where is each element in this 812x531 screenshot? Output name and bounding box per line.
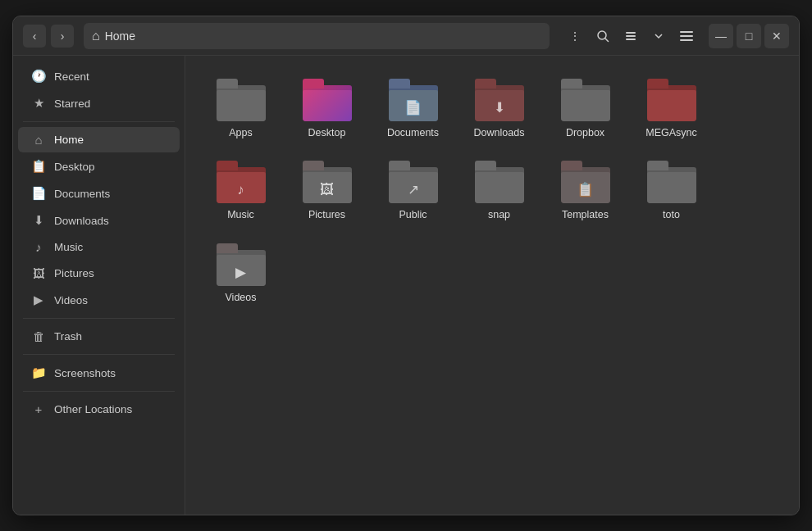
file-grid: Apps Desktop 📄 Documents ⬇ Downloads bbox=[202, 72, 782, 311]
file-item-downloads[interactable]: ⬇ Downloads bbox=[460, 72, 538, 146]
back-button[interactable]: ‹ bbox=[23, 25, 46, 48]
location-text: Home bbox=[105, 30, 135, 43]
svg-rect-6 bbox=[680, 35, 693, 37]
sidebar-label-music: Music bbox=[54, 241, 83, 253]
folder-emblem-videos: ▶ bbox=[235, 266, 246, 279]
file-item-apps[interactable]: Apps bbox=[202, 72, 280, 146]
folder-icon-documents: 📄 bbox=[389, 79, 438, 121]
file-label-templates: Templates bbox=[562, 208, 609, 221]
file-label-desktop: Desktop bbox=[308, 126, 346, 139]
sidebar-divider-1 bbox=[23, 121, 175, 122]
folder-icon-videos: ▶ bbox=[217, 243, 266, 286]
star-icon: ★ bbox=[31, 96, 46, 111]
folder-emblem-downloads: ⬇ bbox=[494, 101, 505, 115]
file-item-dropbox[interactable]: Dropbox bbox=[546, 72, 624, 146]
file-item-pictures[interactable]: 🖼 Pictures bbox=[288, 154, 366, 228]
maximize-button[interactable]: □ bbox=[737, 24, 761, 48]
sidebar: 🕐 Recent ★ Starred ⌂ Home 📋 Desktop 📄 Do… bbox=[13, 56, 185, 515]
home-nav-icon: ⌂ bbox=[31, 133, 46, 147]
location-bar[interactable]: ⌂ Home bbox=[84, 23, 550, 49]
file-label-toto: toto bbox=[663, 208, 680, 221]
sidebar-label-videos: Videos bbox=[54, 294, 88, 306]
file-item-music[interactable]: ♪ Music bbox=[202, 154, 280, 228]
file-label-documents: Documents bbox=[387, 126, 439, 139]
folder-icon-megasync bbox=[647, 79, 696, 121]
chevron-down-icon bbox=[655, 32, 663, 40]
pictures-icon: 🖼 bbox=[31, 266, 46, 280]
view-options-button[interactable] bbox=[646, 24, 671, 48]
documents-icon: 📄 bbox=[31, 186, 46, 201]
folder-icon-downloads: ⬇ bbox=[475, 79, 524, 121]
file-item-videos[interactable]: ▶ Videos bbox=[202, 237, 280, 311]
sidebar-label-desktop: Desktop bbox=[54, 161, 95, 173]
titlebar-actions: ⋮ bbox=[563, 24, 699, 48]
search-icon bbox=[596, 30, 609, 43]
plus-icon: + bbox=[31, 402, 46, 416]
svg-rect-4 bbox=[626, 39, 636, 40]
sidebar-item-starred[interactable]: ★ Starred bbox=[18, 90, 180, 116]
file-label-videos: Videos bbox=[226, 291, 257, 304]
view-list-button[interactable] bbox=[618, 24, 643, 48]
sidebar-divider-2 bbox=[23, 318, 175, 319]
sidebar-label-recent: Recent bbox=[54, 70, 89, 83]
hamburger-button[interactable] bbox=[674, 24, 699, 48]
sidebar-item-documents[interactable]: 📄 Documents bbox=[18, 180, 180, 206]
file-item-templates[interactable]: 📋 Templates bbox=[546, 154, 624, 228]
hamburger-icon bbox=[680, 31, 693, 41]
sidebar-item-pictures[interactable]: 🖼 Pictures bbox=[18, 261, 180, 286]
close-button[interactable]: ✕ bbox=[764, 24, 789, 48]
file-label-music: Music bbox=[227, 208, 254, 221]
sidebar-label-screenshots: Screenshots bbox=[54, 367, 116, 379]
file-item-snap[interactable]: snap bbox=[460, 154, 538, 228]
sidebar-divider-4 bbox=[23, 391, 175, 392]
main-content: 🕐 Recent ★ Starred ⌂ Home 📋 Desktop 📄 Do… bbox=[13, 56, 799, 515]
sidebar-label-documents: Documents bbox=[54, 188, 110, 200]
file-label-pictures: Pictures bbox=[308, 208, 345, 221]
folder-icon-pictures: 🖼 bbox=[303, 161, 352, 203]
search-button[interactable] bbox=[591, 24, 615, 48]
sidebar-label-downloads: Downloads bbox=[54, 215, 109, 227]
file-item-megasync[interactable]: MEGAsync bbox=[632, 72, 710, 146]
sidebar-item-desktop[interactable]: 📋 Desktop bbox=[18, 153, 180, 179]
svg-rect-5 bbox=[680, 31, 693, 33]
file-item-documents[interactable]: 📄 Documents bbox=[374, 72, 452, 146]
folder-emblem-public: ↗ bbox=[408, 183, 419, 197]
svg-rect-7 bbox=[680, 39, 693, 41]
file-label-megasync: MEGAsync bbox=[645, 126, 697, 139]
sidebar-label-home: Home bbox=[54, 134, 84, 146]
sidebar-item-recent[interactable]: 🕐 Recent bbox=[18, 63, 180, 89]
folder-emblem-pictures: 🖼 bbox=[320, 183, 334, 197]
file-item-public[interactable]: ↗ Public bbox=[374, 154, 452, 228]
file-label-apps: Apps bbox=[229, 126, 253, 139]
forward-button[interactable]: › bbox=[51, 25, 74, 48]
minimize-button[interactable]: — bbox=[709, 24, 733, 48]
music-icon: ♪ bbox=[31, 240, 46, 254]
folder-icon-music: ♪ bbox=[217, 161, 266, 203]
file-manager-window: ‹ › ⌂ Home ⋮ bbox=[12, 16, 800, 515]
sidebar-item-home[interactable]: ⌂ Home bbox=[18, 127, 180, 152]
sidebar-item-videos[interactable]: ▶ Videos bbox=[18, 287, 180, 313]
sidebar-divider-3 bbox=[23, 354, 175, 355]
sidebar-item-music[interactable]: ♪ Music bbox=[18, 234, 180, 260]
sidebar-label-trash: Trash bbox=[54, 330, 82, 343]
file-item-toto[interactable]: toto bbox=[632, 154, 710, 228]
view-list-icon bbox=[624, 30, 637, 43]
sidebar-label-pictures: Pictures bbox=[54, 267, 94, 279]
file-label-public: Public bbox=[399, 208, 427, 221]
sidebar-item-screenshots[interactable]: 📁 Screenshots bbox=[18, 360, 180, 386]
folder-icon-snap bbox=[475, 161, 524, 203]
file-item-desktop[interactable]: Desktop bbox=[288, 72, 366, 146]
downloads-icon: ⬇ bbox=[31, 213, 46, 228]
file-label-downloads: Downloads bbox=[474, 126, 525, 139]
file-label-snap: snap bbox=[488, 208, 510, 221]
folder-icon-templates: 📋 bbox=[561, 161, 610, 203]
recent-icon: 🕐 bbox=[31, 69, 46, 84]
home-icon: ⌂ bbox=[92, 29, 100, 43]
sidebar-item-downloads[interactable]: ⬇ Downloads bbox=[18, 207, 180, 234]
sidebar-label-other-locations: Other Locations bbox=[54, 403, 132, 415]
desktop-icon: 📋 bbox=[31, 159, 46, 174]
folder-emblem-documents: 📄 bbox=[404, 101, 422, 115]
menu-button[interactable]: ⋮ bbox=[563, 24, 587, 48]
sidebar-item-other-locations[interactable]: + Other Locations bbox=[18, 397, 180, 422]
sidebar-item-trash[interactable]: 🗑 Trash bbox=[18, 324, 180, 349]
